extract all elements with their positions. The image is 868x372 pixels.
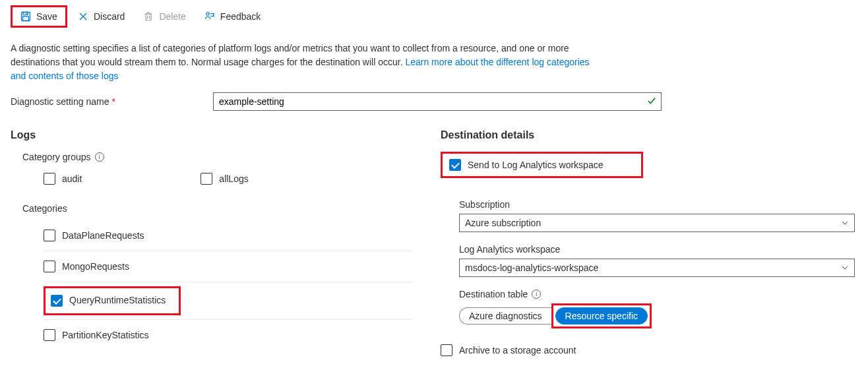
partitionkeystatistics-checkbox[interactable] <box>44 329 55 341</box>
save-label: Save <box>36 11 57 22</box>
dataplanerequests-label: DataPlaneRequests <box>62 230 144 241</box>
dest-table-label: Destination table <box>459 289 528 299</box>
svg-rect-2 <box>23 16 29 21</box>
send-la-label: Send to Log Analytics workspace <box>468 160 603 170</box>
svg-point-11 <box>206 13 209 15</box>
save-icon <box>20 11 31 22</box>
svg-rect-6 <box>146 14 151 20</box>
feedback-icon <box>204 11 215 22</box>
workspace-value: msdocs-log-analytics-workspace <box>465 263 598 273</box>
audit-label: audit <box>62 173 82 184</box>
info-icon[interactable]: i <box>532 290 541 299</box>
alllogs-label: allLogs <box>219 173 248 184</box>
archive-label: Archive to a storage account <box>459 345 576 356</box>
trash-icon <box>143 11 154 22</box>
audit-checkbox[interactable] <box>44 173 55 185</box>
feedback-label: Feedback <box>220 11 261 22</box>
discard-label: Discard <box>94 11 125 22</box>
chevron-down-icon <box>841 219 849 227</box>
info-icon[interactable]: i <box>95 152 104 162</box>
alllogs-checkbox[interactable] <box>201 173 212 185</box>
subscription-value: Azure subscription <box>465 218 541 228</box>
queryruntimestatistics-checkbox[interactable] <box>51 295 63 307</box>
mongorequests-label: MongoRequests <box>62 261 129 272</box>
setting-name-input[interactable] <box>213 92 662 111</box>
mongorequests-checkbox[interactable] <box>44 261 55 272</box>
send-la-checkbox[interactable] <box>449 159 461 171</box>
categories-label: Categories <box>22 203 427 214</box>
setting-name-label: Diagnostic setting name* <box>11 96 215 107</box>
category-groups-label: Category groups <box>22 152 91 162</box>
pill-resource-specific[interactable]: Resource specific <box>555 307 648 325</box>
svg-rect-1 <box>23 13 28 15</box>
queryruntimestatistics-label: QueryRuntimeStatistics <box>69 295 166 307</box>
discard-button[interactable]: Discard <box>70 7 133 26</box>
pill-azure-diagnostics[interactable]: Azure diagnostics <box>459 307 551 325</box>
description-text: A diagnostic setting specifies a list of… <box>11 42 591 83</box>
dataplanerequests-checkbox[interactable] <box>44 230 55 241</box>
subscription-select[interactable]: Azure subscription <box>459 214 855 232</box>
feedback-button[interactable]: Feedback <box>197 7 268 26</box>
valid-check-icon <box>647 96 656 108</box>
subscription-label: Subscription <box>459 199 857 210</box>
chevron-down-icon <box>841 264 849 272</box>
delete-button: Delete <box>135 7 193 26</box>
close-icon <box>78 11 88 22</box>
save-button[interactable]: Save <box>13 7 65 26</box>
delete-label: Delete <box>159 11 185 22</box>
workspace-label: Log Analytics workspace <box>459 244 857 255</box>
archive-checkbox[interactable] <box>441 344 452 356</box>
destination-title: Destination details <box>441 129 857 141</box>
workspace-select[interactable]: msdocs-log-analytics-workspace <box>459 259 855 277</box>
partitionkeystatistics-label: PartitionKeyStatistics <box>62 330 149 340</box>
logs-title: Logs <box>11 129 427 141</box>
